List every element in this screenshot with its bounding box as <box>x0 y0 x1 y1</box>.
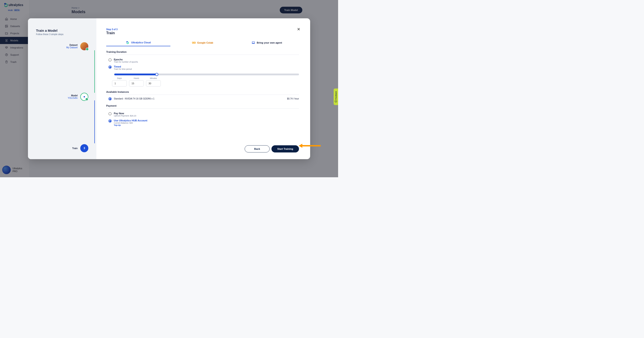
radio-label: Timed <box>114 65 132 68</box>
hours-label: Hours <box>134 77 139 79</box>
modal-content: ✕ Step 3 of 3 Train Ultralytics Cloud Go… <box>96 18 310 159</box>
days-label: Days <box>117 77 122 79</box>
stepper-line <box>94 50 95 93</box>
hours-input-group: Hours <box>129 77 144 86</box>
radio-sublabel: Upfront Payment: $29.23 <box>114 115 136 117</box>
radio-icon[interactable] <box>108 97 112 100</box>
tab-ultralytics-cloud[interactable]: Ultralytics Cloud <box>106 39 170 46</box>
topup-link[interactable]: Top-Up <box>114 124 147 126</box>
radio-icon[interactable] <box>108 58 112 62</box>
tab-own-agent[interactable]: Bring your own agent <box>235 39 299 46</box>
step-value[interactable]: My Dataset <box>66 46 78 49</box>
step-label: Train <box>72 147 78 150</box>
radio-timed[interactable]: Timed Train for time period <box>108 64 299 71</box>
tab-google-colab[interactable]: Google Colab <box>170 39 234 46</box>
days-input-group: Days <box>112 77 127 86</box>
radio-sublabel: Train for number of epochs <box>114 61 138 63</box>
step-value[interactable]: YOLOv8n <box>68 97 78 99</box>
svg-rect-8 <box>252 42 255 43</box>
check-icon: ✓ <box>86 48 89 51</box>
start-training-button[interactable]: Start Training <box>272 145 299 152</box>
radio-use-account[interactable]: Use Ultralytics HUB Account Current Bala… <box>108 118 299 128</box>
instance-row[interactable]: Standard - NVIDIA T4 16 GB GDDR6 x 1 $0.… <box>106 95 299 100</box>
step-model[interactable]: Model YOLOv8n ✓ <box>36 93 88 101</box>
modal-left-subtitle: Follow these 3 simple steps <box>36 33 88 36</box>
radio-sublabel: Current Balance: $40 <box>114 122 147 124</box>
close-icon[interactable]: ✕ <box>297 27 300 32</box>
modal-title: Train <box>106 31 299 35</box>
instance-name: Standard - NVIDIA T4 16 GB GDDR6 x 1 <box>114 98 154 100</box>
minutes-input[interactable] <box>146 80 161 86</box>
smiley-icon: ☺ <box>335 100 337 102</box>
stepper-line <box>94 100 95 143</box>
ultralytics-icon <box>126 41 130 44</box>
train-tabs: Ultralytics Cloud Google Colab Bring you… <box>106 39 299 46</box>
minutes-label: Minutes <box>150 77 157 79</box>
check-icon: ✓ <box>85 98 88 101</box>
modal-left-title: Train a Model <box>36 28 88 32</box>
radio-label: Pay Now <box>114 112 136 115</box>
svg-point-7 <box>194 42 196 44</box>
slider-thumb[interactable] <box>155 73 158 76</box>
laptop-icon <box>252 41 255 44</box>
days-input[interactable] <box>112 80 127 86</box>
modal-stepper: Train a Model Follow these 3 simple step… <box>28 18 96 159</box>
minutes-input-group: Minutes <box>146 77 161 86</box>
tab-label: Bring your own agent <box>257 41 282 44</box>
radio-icon[interactable] <box>108 112 112 115</box>
radio-icon[interactable] <box>108 66 112 69</box>
step-node-model: ✓ <box>80 93 88 101</box>
radio-pay-now[interactable]: Pay Now Upfront Payment: $29.23 <box>108 111 299 118</box>
feedback-label: Feedback <box>335 91 337 100</box>
radio-label: Use Ultralytics HUB Account <box>114 119 147 122</box>
step-label: Dataset <box>66 44 78 46</box>
modal-footer: Back Start Training <box>106 141 299 152</box>
section-available-instances: Available Instances <box>106 90 299 95</box>
step-indicator: Step 3 of 3 <box>106 28 299 31</box>
radio-sublabel: Train for time period <box>114 68 132 70</box>
step-train[interactable]: Train 3 <box>36 144 88 152</box>
back-button[interactable]: Back <box>245 145 270 152</box>
hours-input[interactable] <box>129 80 144 86</box>
radio-epochs[interactable]: Epochs Train for number of epochs <box>108 57 299 64</box>
section-payment: Payment <box>106 104 299 109</box>
radio-label: Epochs <box>114 58 138 61</box>
step-node-dataset: ✓ <box>80 42 88 50</box>
duration-slider[interactable] <box>114 74 299 75</box>
instance-price: $0.74 / hour <box>287 98 299 100</box>
step-node-train: 3 <box>80 144 88 152</box>
section-training-duration: Training Duration <box>106 50 299 55</box>
slider-fill <box>114 74 157 75</box>
tab-label: Google Colab <box>197 41 213 44</box>
tab-label: Ultralytics Cloud <box>131 41 150 44</box>
step-dataset[interactable]: Dataset My Dataset ✓ <box>36 42 88 50</box>
train-modal: Train a Model Follow these 3 simple step… <box>28 18 310 159</box>
step-label: Model <box>68 94 78 97</box>
feedback-tab[interactable]: Feedback ☺ <box>334 88 338 105</box>
radio-icon[interactable] <box>108 119 112 122</box>
svg-point-6 <box>192 42 194 44</box>
colab-icon <box>192 41 196 44</box>
